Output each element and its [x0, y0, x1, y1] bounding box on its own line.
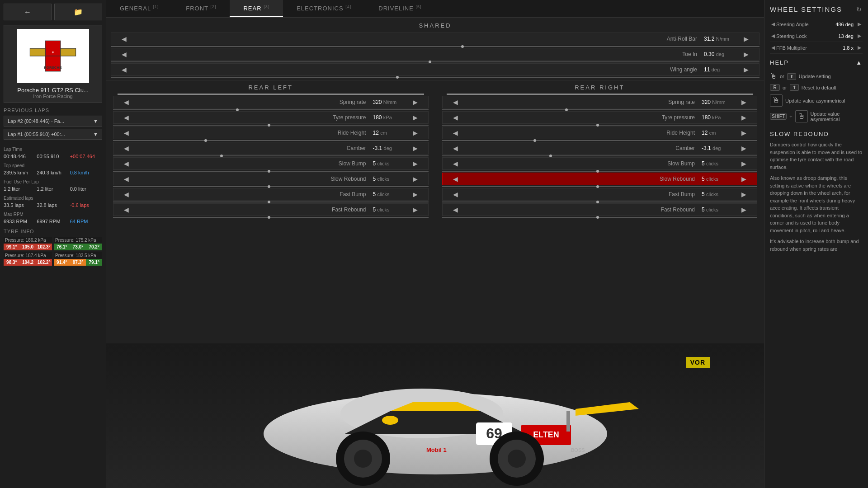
lap-diff: +00:07.464 [70, 153, 102, 160]
rear-left-col: REAR LEFT ◀ Spring rate 320 N/mm ▶ ◀ Tyr… [106, 80, 435, 218]
setting-decrement[interactable]: ◀ [449, 160, 462, 167]
car-card: PORSCHE P Porsche 911 GT2 RS Clu... Iron… [4, 25, 102, 103]
rpm-diff: 64 RPM [70, 218, 102, 225]
tyre-temps: 98.3°104.2102.2° [4, 259, 52, 266]
rear-left-bar [118, 94, 424, 95]
setting-row-anti-roll-bar: ◀ Anti-Roll Bar 31.2 N/mm ▶ [111, 33, 760, 45]
setting-decrement[interactable]: ◀ [120, 129, 132, 136]
setting-increment[interactable]: ▶ [738, 129, 750, 136]
setting-decrement[interactable]: ◀ [449, 206, 462, 213]
car-team: Iron Force Racing [33, 94, 72, 99]
tab-general[interactable]: GENERAL [1] [106, 0, 172, 17]
setting-increment[interactable]: ▶ [409, 206, 421, 213]
tyre-info-label: TYRE INFO [4, 229, 102, 234]
setting-decrement[interactable]: ◀ [449, 114, 462, 121]
setting-decrement[interactable]: ◀ [120, 206, 132, 213]
setting-decrement[interactable]: ◀ [120, 160, 132, 167]
setting-row-fast-bump: ◀ Fast Bump 5 clicks ▶ [113, 188, 429, 201]
speed1: 239.5 km/h [4, 169, 36, 176]
setting-row-fast-rebound: ◀ Fast Rebound 5 clicks ▶ [442, 203, 758, 216]
wheel-increment[interactable]: ▶ [856, 33, 863, 39]
setting-name: Tyre pressure [462, 114, 702, 121]
setting-increment[interactable]: ▶ [738, 114, 750, 121]
tyre-temp-cell: 70.2° [86, 244, 102, 250]
back-button[interactable]: ← [4, 4, 52, 20]
key-shift: SHIFT [770, 113, 787, 120]
setting-increment[interactable]: ▶ [409, 145, 421, 152]
setting-decrement[interactable]: ◀ [449, 191, 462, 198]
wheel-decrement[interactable]: ◀ [770, 45, 776, 51]
setting-decrement[interactable]: ◀ [449, 145, 462, 152]
rear-left-header: REAR LEFT [108, 80, 433, 94]
setting-decrement[interactable]: ◀ [120, 114, 132, 121]
car-display: VOR 69 ELTEN [106, 343, 764, 488]
tab-rear[interactable]: REAR [3] [230, 0, 283, 17]
setting-increment[interactable]: ▶ [740, 51, 752, 58]
setting-decrement[interactable]: ◀ [118, 66, 130, 73]
wheel-decrement[interactable]: ◀ [770, 33, 776, 39]
vor-badge: VOR [686, 357, 710, 368]
wheel-setting-ffb-multiplier: ◀ FFB Multiplier 1.8 x ▶ [770, 42, 863, 54]
car-image: PORSCHE P [17, 29, 89, 83]
wheel-setting-value: 13 deg [838, 33, 854, 39]
setting-increment[interactable]: ▶ [740, 66, 752, 73]
tyre-temp-cell: 79.1° [86, 259, 102, 266]
setting-name: Spring rate [132, 99, 373, 105]
wheel-increment[interactable]: ▶ [856, 21, 863, 27]
stats-grid: Lap Time 00:48.446 00:55.910 +00:07.464 … [4, 145, 102, 225]
folder-button[interactable]: 📁 [54, 4, 102, 20]
setting-increment[interactable]: ▶ [409, 175, 421, 183]
main-content: GENERAL [1]FRONT [2]REAR [3]ELECTRONICS … [106, 0, 764, 488]
setting-increment[interactable]: ▶ [409, 191, 421, 198]
setting-increment[interactable]: ▶ [738, 99, 750, 106]
setting-decrement[interactable]: ◀ [120, 175, 132, 183]
setting-increment[interactable]: ▶ [740, 35, 752, 42]
setting-increment[interactable]: ▶ [409, 160, 421, 167]
setting-row-slow-bump: ◀ Slow Bump 5 clicks ▶ [442, 157, 758, 170]
setting-decrement[interactable]: ◀ [118, 35, 130, 42]
tab-electronics[interactable]: ELECTRONICS [4] [283, 0, 365, 17]
setting-name: Fast Rebound [462, 206, 702, 213]
setting-increment[interactable]: ▶ [738, 145, 750, 152]
est2: 32.8 laps [37, 202, 69, 209]
lap1-select[interactable]: Lap #2 (00:48.446) - Fa... ▼ [4, 116, 102, 127]
speed2: 240.3 km/h [37, 169, 69, 176]
lap2-select[interactable]: Lap #1 (00:55.910) +00:... ▼ [4, 129, 102, 140]
setting-row-tyre-pressure: ◀ Tyre pressure 180 kPa ▶ [113, 111, 429, 124]
tab-front[interactable]: FRONT [2] [172, 0, 230, 17]
wheel-decrement[interactable]: ◀ [770, 21, 776, 27]
setting-decrement[interactable]: ◀ [120, 145, 132, 152]
setting-decrement[interactable]: ◀ [449, 99, 462, 106]
wheel-setting-label: Steering Lock [776, 33, 835, 39]
setting-increment[interactable]: ▶ [738, 175, 750, 183]
est-laps-label: Estimated laps [4, 196, 102, 201]
setting-decrement[interactable]: ◀ [120, 191, 132, 198]
wheel-increment[interactable]: ▶ [856, 45, 863, 51]
setting-decrement[interactable]: ◀ [120, 99, 132, 106]
setting-decrement[interactable]: ◀ [449, 129, 462, 136]
right-panel: WHEEL SETTINGS ↻ ◀ Steering Angle 486 de… [764, 0, 868, 488]
setting-row-spring-rate: ◀ Spring rate 320 N/mm ▶ [442, 96, 758, 108]
setting-row-fast-rebound: ◀ Fast Rebound 5 clicks ▶ [113, 203, 429, 216]
key-icon-2: ⬆ [790, 84, 799, 91]
setting-increment[interactable]: ▶ [409, 114, 421, 121]
setting-indicator [113, 125, 429, 126]
setting-increment[interactable]: ▶ [738, 191, 750, 198]
help-row-asym1: 🖱 Update value asymmetrical [770, 93, 863, 108]
help-desc-4: Update value asymmetrical [811, 111, 863, 122]
setting-decrement[interactable]: ◀ [118, 51, 130, 58]
fuel-label: Fuel Use Per Lap [4, 179, 102, 184]
setting-increment[interactable]: ▶ [738, 160, 750, 167]
setting-decrement[interactable]: ◀ [449, 175, 462, 183]
setting-increment[interactable]: ▶ [409, 129, 421, 136]
shared-settings: ◀ Anti-Roll Bar 31.2 N/mm ▶ ◀ Toe In 0.3… [106, 33, 764, 78]
refresh-icon[interactable]: ↻ [856, 6, 863, 13]
setting-indicator [442, 109, 758, 110]
setting-increment[interactable]: ▶ [738, 206, 750, 213]
setting-row-ride-height: ◀ Ride Height 12 cm ▶ [113, 127, 429, 139]
setting-value: 5 clicks [373, 206, 409, 213]
svg-rect-3 [30, 48, 45, 56]
tyre-temps: 91.4°87.3°79.1° [54, 259, 102, 266]
tab-driveline[interactable]: DRIVELINE [5] [365, 0, 435, 17]
setting-increment[interactable]: ▶ [409, 99, 421, 106]
